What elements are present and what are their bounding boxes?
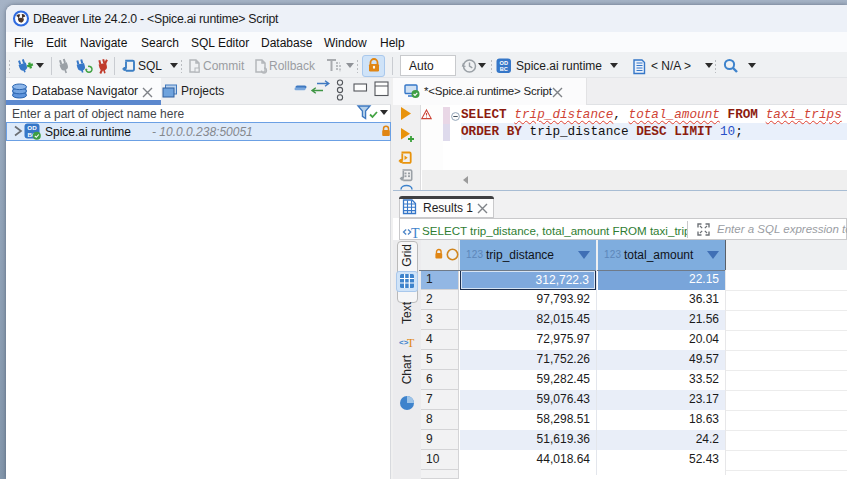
svg-text:T: T [411,226,420,241]
svg-text:T: T [407,336,415,350]
svg-text:BC: BC [500,66,508,72]
